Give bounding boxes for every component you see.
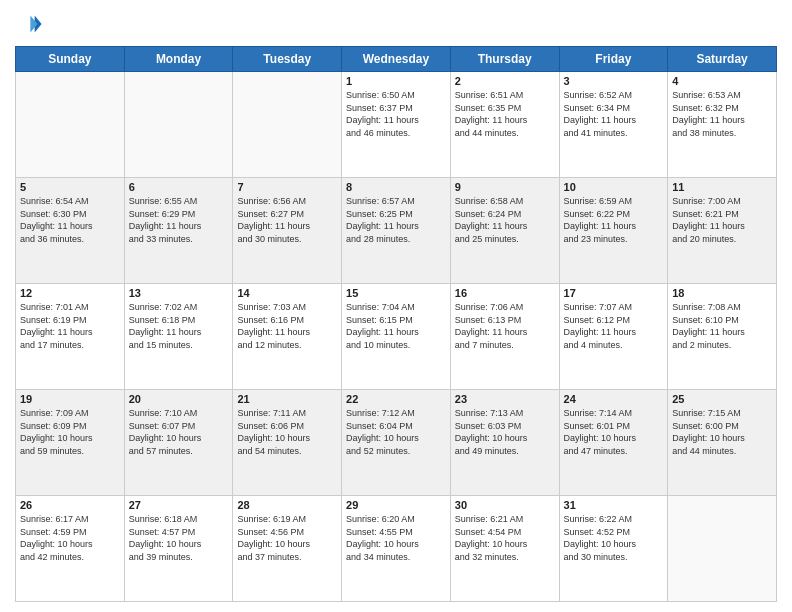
day-header-saturday: Saturday	[668, 47, 777, 72]
day-info: Sunrise: 7:06 AM Sunset: 6:13 PM Dayligh…	[455, 301, 555, 351]
calendar-cell: 8Sunrise: 6:57 AM Sunset: 6:25 PM Daylig…	[342, 178, 451, 284]
day-header-friday: Friday	[559, 47, 668, 72]
day-number: 14	[237, 287, 337, 299]
day-info: Sunrise: 7:03 AM Sunset: 6:16 PM Dayligh…	[237, 301, 337, 351]
day-number: 20	[129, 393, 229, 405]
calendar-cell: 9Sunrise: 6:58 AM Sunset: 6:24 PM Daylig…	[450, 178, 559, 284]
day-number: 7	[237, 181, 337, 193]
day-info: Sunrise: 7:10 AM Sunset: 6:07 PM Dayligh…	[129, 407, 229, 457]
day-number: 2	[455, 75, 555, 87]
day-number: 16	[455, 287, 555, 299]
day-info: Sunrise: 6:50 AM Sunset: 6:37 PM Dayligh…	[346, 89, 446, 139]
day-info: Sunrise: 6:55 AM Sunset: 6:29 PM Dayligh…	[129, 195, 229, 245]
header	[15, 10, 777, 38]
day-info: Sunrise: 6:20 AM Sunset: 4:55 PM Dayligh…	[346, 513, 446, 563]
calendar-cell: 21Sunrise: 7:11 AM Sunset: 6:06 PM Dayli…	[233, 390, 342, 496]
calendar-cell: 31Sunrise: 6:22 AM Sunset: 4:52 PM Dayli…	[559, 496, 668, 602]
day-info: Sunrise: 6:57 AM Sunset: 6:25 PM Dayligh…	[346, 195, 446, 245]
day-info: Sunrise: 7:15 AM Sunset: 6:00 PM Dayligh…	[672, 407, 772, 457]
calendar-cell	[16, 72, 125, 178]
calendar-cell: 19Sunrise: 7:09 AM Sunset: 6:09 PM Dayli…	[16, 390, 125, 496]
day-number: 17	[564, 287, 664, 299]
calendar-cell: 24Sunrise: 7:14 AM Sunset: 6:01 PM Dayli…	[559, 390, 668, 496]
day-number: 10	[564, 181, 664, 193]
calendar-cell: 26Sunrise: 6:17 AM Sunset: 4:59 PM Dayli…	[16, 496, 125, 602]
day-info: Sunrise: 6:53 AM Sunset: 6:32 PM Dayligh…	[672, 89, 772, 139]
day-info: Sunrise: 7:08 AM Sunset: 6:10 PM Dayligh…	[672, 301, 772, 351]
calendar-cell: 2Sunrise: 6:51 AM Sunset: 6:35 PM Daylig…	[450, 72, 559, 178]
calendar-cell: 25Sunrise: 7:15 AM Sunset: 6:00 PM Dayli…	[668, 390, 777, 496]
day-number: 27	[129, 499, 229, 511]
calendar-week-row: 5Sunrise: 6:54 AM Sunset: 6:30 PM Daylig…	[16, 178, 777, 284]
calendar-cell	[668, 496, 777, 602]
day-header-wednesday: Wednesday	[342, 47, 451, 72]
calendar-week-row: 12Sunrise: 7:01 AM Sunset: 6:19 PM Dayli…	[16, 284, 777, 390]
day-number: 22	[346, 393, 446, 405]
day-number: 4	[672, 75, 772, 87]
calendar-cell: 5Sunrise: 6:54 AM Sunset: 6:30 PM Daylig…	[16, 178, 125, 284]
calendar-cell: 11Sunrise: 7:00 AM Sunset: 6:21 PM Dayli…	[668, 178, 777, 284]
day-header-monday: Monday	[124, 47, 233, 72]
calendar-cell: 22Sunrise: 7:12 AM Sunset: 6:04 PM Dayli…	[342, 390, 451, 496]
calendar-cell	[124, 72, 233, 178]
calendar-cell: 18Sunrise: 7:08 AM Sunset: 6:10 PM Dayli…	[668, 284, 777, 390]
calendar-table: SundayMondayTuesdayWednesdayThursdayFrid…	[15, 46, 777, 602]
calendar-cell: 3Sunrise: 6:52 AM Sunset: 6:34 PM Daylig…	[559, 72, 668, 178]
day-number: 21	[237, 393, 337, 405]
day-header-sunday: Sunday	[16, 47, 125, 72]
day-number: 23	[455, 393, 555, 405]
day-number: 13	[129, 287, 229, 299]
calendar-cell: 30Sunrise: 6:21 AM Sunset: 4:54 PM Dayli…	[450, 496, 559, 602]
calendar-cell: 10Sunrise: 6:59 AM Sunset: 6:22 PM Dayli…	[559, 178, 668, 284]
day-number: 29	[346, 499, 446, 511]
day-number: 1	[346, 75, 446, 87]
calendar-cell: 6Sunrise: 6:55 AM Sunset: 6:29 PM Daylig…	[124, 178, 233, 284]
day-info: Sunrise: 7:13 AM Sunset: 6:03 PM Dayligh…	[455, 407, 555, 457]
day-info: Sunrise: 7:02 AM Sunset: 6:18 PM Dayligh…	[129, 301, 229, 351]
day-header-thursday: Thursday	[450, 47, 559, 72]
day-number: 9	[455, 181, 555, 193]
calendar-cell: 4Sunrise: 6:53 AM Sunset: 6:32 PM Daylig…	[668, 72, 777, 178]
calendar-cell: 20Sunrise: 7:10 AM Sunset: 6:07 PM Dayli…	[124, 390, 233, 496]
calendar-cell: 27Sunrise: 6:18 AM Sunset: 4:57 PM Dayli…	[124, 496, 233, 602]
day-number: 26	[20, 499, 120, 511]
calendar-cell: 16Sunrise: 7:06 AM Sunset: 6:13 PM Dayli…	[450, 284, 559, 390]
calendar-cell: 12Sunrise: 7:01 AM Sunset: 6:19 PM Dayli…	[16, 284, 125, 390]
calendar-cell: 14Sunrise: 7:03 AM Sunset: 6:16 PM Dayli…	[233, 284, 342, 390]
day-number: 18	[672, 287, 772, 299]
day-number: 24	[564, 393, 664, 405]
calendar-cell: 23Sunrise: 7:13 AM Sunset: 6:03 PM Dayli…	[450, 390, 559, 496]
calendar-header-row: SundayMondayTuesdayWednesdayThursdayFrid…	[16, 47, 777, 72]
day-info: Sunrise: 7:07 AM Sunset: 6:12 PM Dayligh…	[564, 301, 664, 351]
day-number: 28	[237, 499, 337, 511]
day-info: Sunrise: 6:54 AM Sunset: 6:30 PM Dayligh…	[20, 195, 120, 245]
page: SundayMondayTuesdayWednesdayThursdayFrid…	[0, 0, 792, 612]
day-info: Sunrise: 7:14 AM Sunset: 6:01 PM Dayligh…	[564, 407, 664, 457]
day-info: Sunrise: 6:59 AM Sunset: 6:22 PM Dayligh…	[564, 195, 664, 245]
day-info: Sunrise: 7:00 AM Sunset: 6:21 PM Dayligh…	[672, 195, 772, 245]
calendar-cell: 13Sunrise: 7:02 AM Sunset: 6:18 PM Dayli…	[124, 284, 233, 390]
day-info: Sunrise: 6:21 AM Sunset: 4:54 PM Dayligh…	[455, 513, 555, 563]
calendar-cell: 7Sunrise: 6:56 AM Sunset: 6:27 PM Daylig…	[233, 178, 342, 284]
day-info: Sunrise: 6:19 AM Sunset: 4:56 PM Dayligh…	[237, 513, 337, 563]
day-header-tuesday: Tuesday	[233, 47, 342, 72]
day-info: Sunrise: 6:58 AM Sunset: 6:24 PM Dayligh…	[455, 195, 555, 245]
day-info: Sunrise: 6:56 AM Sunset: 6:27 PM Dayligh…	[237, 195, 337, 245]
day-info: Sunrise: 6:52 AM Sunset: 6:34 PM Dayligh…	[564, 89, 664, 139]
calendar-cell: 17Sunrise: 7:07 AM Sunset: 6:12 PM Dayli…	[559, 284, 668, 390]
calendar-cell: 28Sunrise: 6:19 AM Sunset: 4:56 PM Dayli…	[233, 496, 342, 602]
day-number: 11	[672, 181, 772, 193]
day-number: 3	[564, 75, 664, 87]
calendar-week-row: 1Sunrise: 6:50 AM Sunset: 6:37 PM Daylig…	[16, 72, 777, 178]
calendar-cell: 29Sunrise: 6:20 AM Sunset: 4:55 PM Dayli…	[342, 496, 451, 602]
day-number: 19	[20, 393, 120, 405]
day-info: Sunrise: 7:11 AM Sunset: 6:06 PM Dayligh…	[237, 407, 337, 457]
day-number: 5	[20, 181, 120, 193]
day-number: 25	[672, 393, 772, 405]
day-number: 31	[564, 499, 664, 511]
calendar-cell: 1Sunrise: 6:50 AM Sunset: 6:37 PM Daylig…	[342, 72, 451, 178]
day-info: Sunrise: 7:12 AM Sunset: 6:04 PM Dayligh…	[346, 407, 446, 457]
calendar-week-row: 26Sunrise: 6:17 AM Sunset: 4:59 PM Dayli…	[16, 496, 777, 602]
day-info: Sunrise: 7:01 AM Sunset: 6:19 PM Dayligh…	[20, 301, 120, 351]
calendar-cell: 15Sunrise: 7:04 AM Sunset: 6:15 PM Dayli…	[342, 284, 451, 390]
